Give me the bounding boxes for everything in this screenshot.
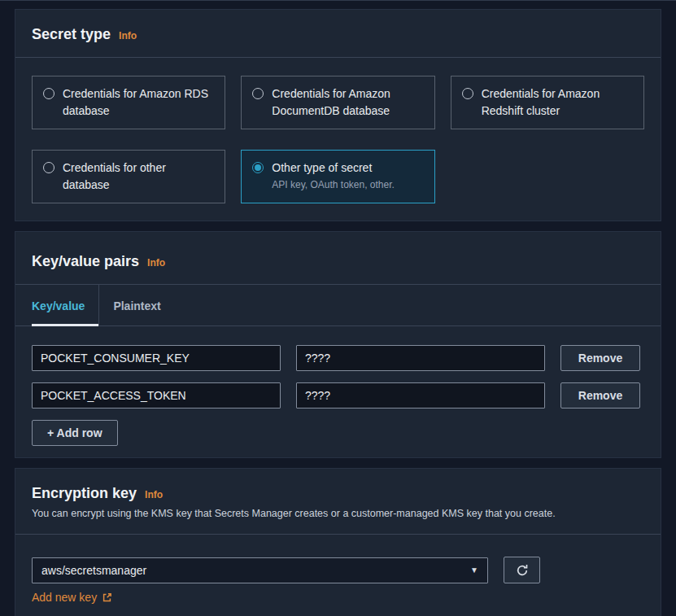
- value-input-1[interactable]: [296, 345, 545, 371]
- option-description: API key, OAuth token, other.: [272, 179, 395, 191]
- secret-type-header: Secret type Info: [15, 10, 661, 58]
- option-label: Credentials for other database: [63, 159, 214, 194]
- encryption-key-title: Encryption key: [32, 485, 137, 502]
- radio-icon[interactable]: [43, 162, 55, 173]
- kv-row-1: Remove: [32, 345, 644, 371]
- encryption-key-content: aws/secretsmanager ▼ Add new key: [15, 535, 661, 616]
- secret-type-options: Credentials for Amazon RDS database Cred…: [15, 58, 661, 221]
- value-input-2[interactable]: [296, 382, 545, 408]
- secret-type-info-link[interactable]: Info: [119, 30, 137, 42]
- secret-type-panel: Secret type Info Credentials for Amazon …: [15, 9, 661, 221]
- add-row-button[interactable]: + Add row: [32, 420, 118, 446]
- secret-type-option-other-database[interactable]: Credentials for other database: [32, 150, 225, 203]
- secret-type-option-rds[interactable]: Credentials for Amazon RDS database: [32, 76, 225, 129]
- encryption-key-panel: Encryption key Info You can encrypt usin…: [15, 468, 661, 616]
- remove-row-button-2[interactable]: Remove: [560, 382, 640, 408]
- secret-type-option-redshift[interactable]: Credentials for Amazon Redshift cluster: [451, 76, 644, 129]
- option-label: Other type of secret: [272, 159, 395, 177]
- key-value-pairs-panel: Key/value pairs Info Key/value Plaintext…: [15, 231, 661, 458]
- add-new-key-label: Add new key: [32, 591, 97, 604]
- kv-tabs: Key/value Plaintext: [15, 285, 661, 326]
- option-label: Credentials for Amazon Redshift cluster: [482, 85, 633, 120]
- radio-icon[interactable]: [252, 162, 264, 173]
- tab-key-value[interactable]: Key/value: [32, 285, 98, 325]
- secret-type-option-documentdb[interactable]: Credentials for Amazon DocumentDB databa…: [241, 76, 434, 129]
- key-value-header: Key/value pairs Info: [15, 232, 661, 285]
- encryption-key-select-value: aws/secretsmanager: [41, 564, 146, 577]
- radio-icon[interactable]: [462, 88, 473, 99]
- external-link-icon: [102, 592, 112, 603]
- radio-dot: [255, 164, 261, 171]
- encryption-key-header: Encryption key Info You can encrypt usin…: [15, 469, 661, 535]
- secret-type-title: Secret type: [32, 26, 111, 43]
- add-new-key-link[interactable]: Add new key: [32, 591, 112, 604]
- secret-type-option-other-secret[interactable]: Other type of secret API key, OAuth toke…: [241, 150, 434, 203]
- option-label: Credentials for Amazon RDS database: [63, 85, 214, 120]
- kv-rows: Remove Remove + Add row: [15, 326, 661, 457]
- key-input-1[interactable]: [32, 345, 281, 371]
- encryption-key-description: You can encrypt using the KMS key that S…: [32, 507, 644, 520]
- tab-plaintext[interactable]: Plaintext: [98, 285, 174, 325]
- kv-row-2: Remove: [32, 382, 644, 408]
- encryption-key-select[interactable]: aws/secretsmanager ▼: [32, 557, 488, 583]
- refresh-icon: [516, 564, 529, 577]
- radio-icon[interactable]: [43, 88, 55, 99]
- key-input-2[interactable]: [32, 382, 281, 408]
- encryption-key-info-link[interactable]: Info: [145, 489, 163, 500]
- refresh-button[interactable]: [504, 557, 540, 583]
- chevron-down-icon: ▼: [470, 566, 478, 574]
- key-value-title: Key/value pairs: [32, 253, 139, 270]
- option-label: Credentials for Amazon DocumentDB databa…: [272, 85, 423, 120]
- create-secret-page: Secret type Info Credentials for Amazon …: [0, 1, 676, 616]
- key-value-info-link[interactable]: Info: [147, 257, 165, 269]
- radio-icon[interactable]: [252, 88, 264, 99]
- remove-row-button-1[interactable]: Remove: [560, 345, 640, 371]
